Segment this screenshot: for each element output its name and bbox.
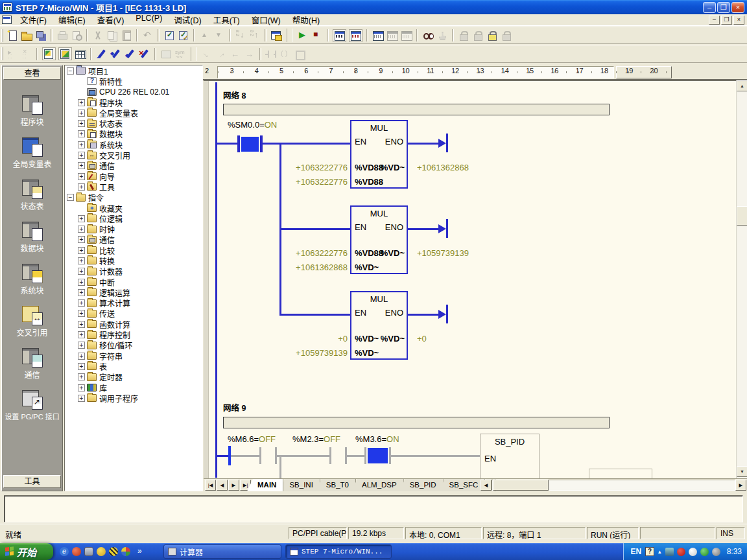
tree-item[interactable]: 调用子程序 bbox=[65, 393, 202, 403]
toolbar-grip[interactable] bbox=[1, 47, 3, 60]
quick-launch-icon[interactable] bbox=[121, 547, 130, 556]
scroll-down-icon[interactable]: ▼ bbox=[737, 466, 747, 477]
app-icon[interactable] bbox=[3, 3, 12, 12]
toolbar-icon[interactable] bbox=[21, 49, 32, 60]
tree-item[interactable]: 中断 bbox=[65, 277, 202, 287]
tree-expand-toggle[interactable] bbox=[78, 331, 85, 338]
tree-expand-toggle[interactable] bbox=[78, 257, 85, 264]
tree-item[interactable]: 指令 bbox=[65, 192, 202, 203]
toolbar-icon[interactable] bbox=[279, 49, 291, 60]
tree-expand-toggle[interactable] bbox=[78, 373, 85, 380]
contact-operand-label[interactable]: %M2.3=OFF bbox=[292, 434, 340, 444]
hscroll-right-icon[interactable]: ▶ bbox=[735, 480, 746, 491]
tree-item[interactable]: 比较 bbox=[65, 245, 202, 255]
toolbar-icon[interactable] bbox=[287, 29, 292, 42]
tree-item[interactable]: 算术计算 bbox=[65, 298, 202, 309]
tab-next-button[interactable]: ▶ bbox=[228, 480, 239, 491]
sidebar-item[interactable]: 数据块 bbox=[2, 222, 62, 253]
tree-item[interactable]: 状态表 bbox=[65, 118, 202, 128]
toolbar-icon[interactable] bbox=[270, 30, 282, 41]
child-restore-button[interactable]: ❐ bbox=[721, 16, 732, 25]
toolbar-icon[interactable] bbox=[193, 29, 195, 41]
contact-bar[interactable] bbox=[329, 447, 331, 464]
tree-expand-toggle[interactable] bbox=[78, 363, 85, 370]
toolbar-icon[interactable] bbox=[422, 30, 434, 41]
output-window[interactable] bbox=[4, 495, 743, 522]
toolbar-icon[interactable] bbox=[452, 29, 454, 41]
input-operand[interactable]: %VD88 bbox=[355, 177, 383, 187]
toolbar-icon[interactable] bbox=[110, 49, 122, 60]
toolbar-icon[interactable] bbox=[154, 48, 156, 60]
tray-icon[interactable] bbox=[689, 548, 697, 556]
tree-item[interactable]: 位逻辑 bbox=[65, 213, 202, 224]
tree-expand-toggle[interactable] bbox=[78, 120, 85, 127]
tree-expand-toggle[interactable] bbox=[78, 152, 85, 159]
mdi-child-icon[interactable] bbox=[2, 16, 12, 24]
tree-item[interactable]: 工具 bbox=[65, 181, 202, 192]
tab-first-button[interactable]: |◀ bbox=[205, 480, 216, 491]
toolbar-icon[interactable] bbox=[436, 30, 448, 41]
toolbar-icon[interactable] bbox=[90, 48, 92, 60]
toolbar-icon[interactable] bbox=[121, 30, 132, 41]
toolbar-icon[interactable] bbox=[75, 49, 86, 60]
tree-item[interactable]: 定时器 bbox=[65, 372, 202, 382]
tree-expand-toggle[interactable] bbox=[78, 353, 85, 360]
toolbar-icon[interactable] bbox=[366, 29, 368, 41]
network-9-comment[interactable] bbox=[223, 417, 610, 428]
tray-collapse-icon[interactable]: ▴ bbox=[658, 548, 661, 555]
menu-item[interactable]: 文件(F) bbox=[14, 13, 53, 27]
toolbar-icon[interactable] bbox=[136, 29, 138, 41]
toolbar-icon[interactable] bbox=[230, 49, 241, 60]
sidebar-item[interactable]: 系统块 bbox=[2, 264, 62, 296]
tree-item[interactable]: 转换 bbox=[65, 255, 202, 266]
hscroll-left-icon[interactable]: ◀ bbox=[480, 480, 492, 491]
pou-tab[interactable]: ALM_DSP bbox=[351, 479, 404, 491]
minimize-button[interactable]: – bbox=[703, 2, 716, 13]
toolbar-icon[interactable] bbox=[201, 49, 213, 60]
input-operand[interactable]: %VD~ bbox=[355, 348, 379, 358]
toolbar-icon[interactable] bbox=[229, 29, 231, 41]
contact-operand-label[interactable]: %SM0.0=ON bbox=[228, 120, 277, 130]
tree-item[interactable]: 交叉引用 bbox=[65, 150, 202, 160]
menu-item[interactable]: 调试(D) bbox=[168, 13, 207, 27]
toolbar-icon[interactable] bbox=[386, 30, 398, 41]
tree-expand-toggle[interactable] bbox=[78, 130, 85, 137]
taskbar-button-calculator[interactable]: 计算器 bbox=[163, 544, 281, 559]
tree-item[interactable]: 系统块 bbox=[65, 139, 202, 150]
tree-item[interactable]: CPU 226 REL 02.01 bbox=[65, 87, 202, 97]
toolbar-icon[interactable] bbox=[6, 30, 18, 41]
network-8-comment[interactable] bbox=[223, 104, 610, 115]
toolbar-icon[interactable] bbox=[294, 49, 305, 60]
tree-item[interactable]: 移位/循环 bbox=[65, 340, 202, 351]
toolbar-icon[interactable] bbox=[249, 30, 261, 41]
toolbar-icon[interactable] bbox=[458, 30, 469, 41]
toolbar-icon[interactable] bbox=[472, 30, 484, 41]
tree-expand-toggle[interactable] bbox=[78, 310, 85, 317]
toolbar-icon[interactable] bbox=[96, 49, 108, 60]
pou-tab[interactable]: SB_INI bbox=[279, 479, 320, 491]
sidebar-item[interactable]: 通信 bbox=[2, 348, 62, 380]
tools-bar-header[interactable]: 工具 bbox=[3, 475, 61, 488]
tree-expand-toggle[interactable] bbox=[78, 342, 85, 349]
sidebar-item[interactable]: 状态表 bbox=[2, 180, 62, 211]
toolbar-icon[interactable] bbox=[199, 30, 211, 41]
toolbar-icon[interactable] bbox=[259, 48, 261, 60]
toolbar-icon[interactable] bbox=[142, 30, 154, 41]
pou-tab[interactable]: MAIN bbox=[247, 479, 283, 491]
horizontal-scrollbar-thumb[interactable] bbox=[493, 480, 549, 491]
tree-item[interactable]: 程序块 bbox=[65, 97, 202, 108]
toolbar-icon[interactable] bbox=[42, 47, 56, 60]
toolbar-icon[interactable] bbox=[106, 30, 118, 41]
input-operand[interactable]: %VD~ bbox=[355, 262, 379, 272]
child-close-button[interactable]: × bbox=[733, 16, 744, 25]
tree-expand-toggle[interactable] bbox=[78, 395, 85, 402]
quick-launch-icon[interactable] bbox=[109, 547, 118, 556]
toolbar-icon[interactable] bbox=[124, 49, 136, 60]
toolbar-icon[interactable] bbox=[92, 30, 104, 41]
language-indicator[interactable]: EN bbox=[630, 547, 641, 556]
menu-item[interactable]: 帮助(H) bbox=[287, 13, 326, 27]
sidebar-item[interactable]: 程序块 bbox=[2, 95, 62, 127]
toolbar-icon[interactable] bbox=[86, 29, 88, 41]
sb-pid-subroutine-block[interactable]: SB_PID EN bbox=[480, 434, 540, 478]
help-tray-icon[interactable]: ? bbox=[645, 547, 654, 556]
